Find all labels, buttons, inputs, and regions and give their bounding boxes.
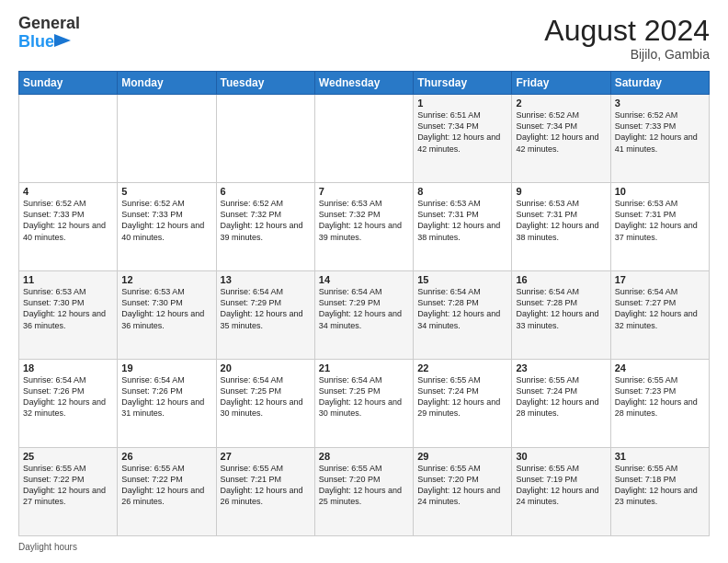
week-row-4: 18 Sunrise: 6:54 AMSunset: 7:26 PMDaylig…: [19, 360, 710, 448]
day-cell: 2 Sunrise: 6:52 AMSunset: 7:34 PMDayligh…: [512, 95, 610, 183]
day-cell: 6 Sunrise: 6:52 AMSunset: 7:32 PMDayligh…: [216, 183, 314, 271]
day-cell: 22 Sunrise: 6:55 AMSunset: 7:24 PMDaylig…: [414, 360, 512, 448]
day-info: Sunrise: 6:54 AMSunset: 7:28 PMDaylight:…: [417, 287, 500, 329]
day-cell: 8 Sunrise: 6:53 AMSunset: 7:31 PMDayligh…: [414, 183, 512, 271]
day-cell: 9 Sunrise: 6:53 AMSunset: 7:31 PMDayligh…: [512, 183, 610, 271]
day-info: Sunrise: 6:55 AMSunset: 7:23 PMDaylight:…: [615, 375, 698, 418]
day-header-tuesday: Tuesday: [216, 72, 314, 95]
day-header-wednesday: Wednesday: [314, 72, 413, 95]
day-info: Sunrise: 6:53 AMSunset: 7:31 PMDaylight:…: [417, 199, 500, 241]
day-cell: [216, 95, 314, 183]
day-number: 16: [516, 274, 606, 285]
week-row-2: 4 Sunrise: 6:52 AMSunset: 7:33 PMDayligh…: [19, 183, 710, 271]
calendar-table: SundayMondayTuesdayWednesdayThursdayFrid…: [18, 71, 710, 536]
day-number: 2: [516, 98, 606, 109]
day-info: Sunrise: 6:53 AMSunset: 7:31 PMDaylight:…: [615, 199, 698, 241]
day-info: Sunrise: 6:55 AMSunset: 7:19 PMDaylight:…: [516, 464, 598, 506]
page: GeneralBlue August 2024 Bijilo, Gambia S…: [0, 0, 728, 563]
day-number: 12: [121, 274, 211, 285]
logo-arrow: [54, 34, 71, 47]
day-number: 4: [23, 186, 113, 197]
day-info: Sunrise: 6:53 AMSunset: 7:30 PMDaylight:…: [23, 287, 106, 329]
day-info: Sunrise: 6:54 AMSunset: 7:26 PMDaylight:…: [121, 375, 204, 418]
week-row-5: 25 Sunrise: 6:55 AMSunset: 7:22 PMDaylig…: [19, 448, 710, 536]
day-info: Sunrise: 6:52 AMSunset: 7:33 PMDaylight:…: [23, 199, 106, 241]
day-info: Sunrise: 6:54 AMSunset: 7:29 PMDaylight:…: [221, 287, 303, 329]
day-cell: 19 Sunrise: 6:54 AMSunset: 7:26 PMDaylig…: [118, 360, 216, 448]
day-number: 18: [23, 362, 113, 373]
day-cell: 29 Sunrise: 6:55 AMSunset: 7:20 PMDaylig…: [414, 448, 512, 536]
day-number: 1: [417, 98, 507, 109]
day-number: 26: [121, 451, 211, 462]
day-cell: [314, 95, 413, 183]
day-info: Sunrise: 6:55 AMSunset: 7:20 PMDaylight:…: [417, 464, 500, 506]
day-info: Sunrise: 6:53 AMSunset: 7:32 PMDaylight:…: [319, 199, 402, 241]
day-cell: [19, 95, 118, 183]
svg-marker-0: [54, 34, 71, 47]
day-number: 10: [615, 186, 705, 197]
day-info: Sunrise: 6:55 AMSunset: 7:20 PMDaylight:…: [319, 464, 402, 506]
day-cell: 13 Sunrise: 6:54 AMSunset: 7:29 PMDaylig…: [216, 271, 314, 360]
day-number: 28: [319, 451, 409, 462]
day-cell: 25 Sunrise: 6:55 AMSunset: 7:22 PMDaylig…: [19, 448, 118, 536]
day-header-monday: Monday: [118, 72, 216, 95]
title-block: August 2024 Bijilo, Gambia: [544, 15, 710, 62]
day-info: Sunrise: 6:54 AMSunset: 7:26 PMDaylight:…: [23, 375, 106, 418]
day-header-saturday: Saturday: [610, 72, 709, 95]
day-cell: 14 Sunrise: 6:54 AMSunset: 7:29 PMDaylig…: [314, 271, 413, 360]
day-cell: 26 Sunrise: 6:55 AMSunset: 7:22 PMDaylig…: [118, 448, 216, 536]
day-cell: 16 Sunrise: 6:54 AMSunset: 7:28 PMDaylig…: [512, 271, 610, 360]
day-number: 22: [417, 362, 507, 373]
day-number: 11: [23, 274, 113, 285]
day-info: Sunrise: 6:55 AMSunset: 7:21 PMDaylight:…: [221, 464, 303, 506]
day-info: Sunrise: 6:52 AMSunset: 7:32 PMDaylight:…: [221, 199, 303, 241]
page-subtitle: Bijilo, Gambia: [544, 47, 710, 62]
day-cell: 18 Sunrise: 6:54 AMSunset: 7:26 PMDaylig…: [19, 360, 118, 448]
header: GeneralBlue August 2024 Bijilo, Gambia: [18, 15, 710, 62]
day-cell: 28 Sunrise: 6:55 AMSunset: 7:20 PMDaylig…: [314, 448, 413, 536]
day-number: 6: [221, 186, 311, 197]
day-cell: 24 Sunrise: 6:55 AMSunset: 7:23 PMDaylig…: [610, 360, 709, 448]
day-info: Sunrise: 6:55 AMSunset: 7:24 PMDaylight:…: [417, 375, 500, 418]
day-info: Sunrise: 6:52 AMSunset: 7:34 PMDaylight:…: [516, 110, 598, 153]
day-cell: 21 Sunrise: 6:54 AMSunset: 7:25 PMDaylig…: [314, 360, 413, 448]
day-cell: 15 Sunrise: 6:54 AMSunset: 7:28 PMDaylig…: [414, 271, 512, 360]
week-row-1: 1 Sunrise: 6:51 AMSunset: 7:34 PMDayligh…: [19, 95, 710, 183]
day-cell: [118, 95, 216, 183]
day-cell: 20 Sunrise: 6:54 AMSunset: 7:25 PMDaylig…: [216, 360, 314, 448]
day-info: Sunrise: 6:52 AMSunset: 7:33 PMDaylight:…: [121, 199, 204, 241]
daylight-label: Daylight hours: [18, 542, 77, 552]
day-number: 21: [319, 362, 409, 373]
day-number: 14: [319, 274, 409, 285]
header-row: SundayMondayTuesdayWednesdayThursdayFrid…: [19, 72, 710, 95]
day-info: Sunrise: 6:54 AMSunset: 7:28 PMDaylight:…: [516, 287, 598, 329]
day-cell: 7 Sunrise: 6:53 AMSunset: 7:32 PMDayligh…: [314, 183, 413, 271]
day-info: Sunrise: 6:54 AMSunset: 7:25 PMDaylight:…: [319, 375, 402, 418]
day-cell: 17 Sunrise: 6:54 AMSunset: 7:27 PMDaylig…: [610, 271, 709, 360]
footer: Daylight hours: [18, 542, 710, 552]
day-number: 23: [516, 362, 606, 373]
day-number: 13: [221, 274, 311, 285]
day-cell: 11 Sunrise: 6:53 AMSunset: 7:30 PMDaylig…: [19, 271, 118, 360]
logo-blue: Blue: [18, 33, 54, 52]
day-header-sunday: Sunday: [19, 72, 118, 95]
day-number: 27: [221, 451, 311, 462]
day-cell: 4 Sunrise: 6:52 AMSunset: 7:33 PMDayligh…: [19, 183, 118, 271]
day-number: 15: [417, 274, 507, 285]
week-row-3: 11 Sunrise: 6:53 AMSunset: 7:30 PMDaylig…: [19, 271, 710, 360]
day-cell: 30 Sunrise: 6:55 AMSunset: 7:19 PMDaylig…: [512, 448, 610, 536]
day-cell: 3 Sunrise: 6:52 AMSunset: 7:33 PMDayligh…: [610, 95, 709, 183]
day-number: 20: [221, 362, 311, 373]
logo: GeneralBlue: [18, 15, 80, 52]
day-info: Sunrise: 6:54 AMSunset: 7:27 PMDaylight:…: [615, 287, 698, 329]
day-info: Sunrise: 6:55 AMSunset: 7:24 PMDaylight:…: [516, 375, 598, 418]
day-number: 9: [516, 186, 606, 197]
logo-general: General: [18, 15, 80, 33]
day-info: Sunrise: 6:55 AMSunset: 7:22 PMDaylight:…: [23, 464, 106, 506]
day-number: 5: [121, 186, 211, 197]
day-cell: 31 Sunrise: 6:55 AMSunset: 7:18 PMDaylig…: [610, 448, 709, 536]
day-header-thursday: Thursday: [414, 72, 512, 95]
day-info: Sunrise: 6:53 AMSunset: 7:30 PMDaylight:…: [121, 287, 204, 329]
day-info: Sunrise: 6:54 AMSunset: 7:25 PMDaylight:…: [221, 375, 303, 418]
day-info: Sunrise: 6:55 AMSunset: 7:18 PMDaylight:…: [615, 464, 698, 506]
